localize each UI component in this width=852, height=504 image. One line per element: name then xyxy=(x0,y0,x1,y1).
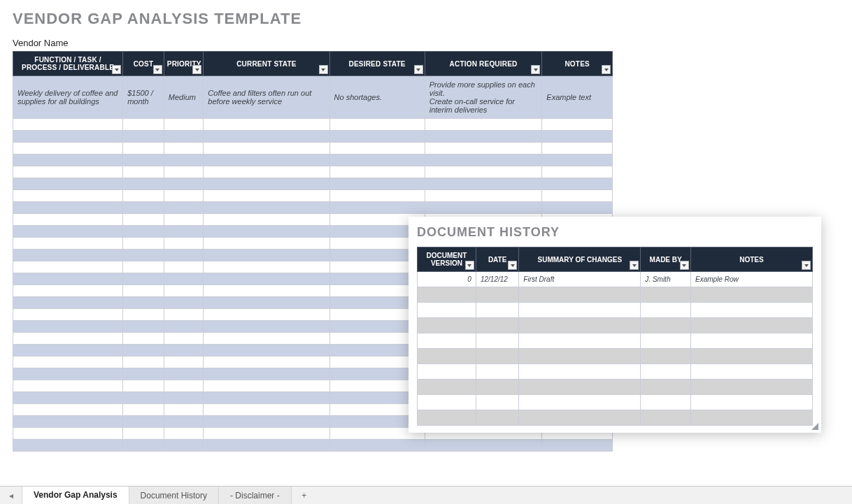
table-cell[interactable] xyxy=(123,428,164,440)
table-cell[interactable] xyxy=(476,333,518,349)
table-cell[interactable] xyxy=(542,440,613,452)
table-cell[interactable] xyxy=(164,368,204,380)
table-cell[interactable] xyxy=(425,119,542,131)
table-cell[interactable] xyxy=(164,297,204,309)
filter-dropdown-icon[interactable] xyxy=(192,65,201,74)
table-cell[interactable] xyxy=(204,238,329,250)
table-cell[interactable] xyxy=(204,250,329,261)
table-cell[interactable] xyxy=(204,321,329,333)
table-cell[interactable] xyxy=(641,410,691,426)
table-cell[interactable] xyxy=(204,357,329,368)
table-cell[interactable] xyxy=(13,202,123,214)
table-cell[interactable] xyxy=(690,410,812,426)
table-cell[interactable] xyxy=(123,416,164,428)
table-cell[interactable] xyxy=(329,202,425,214)
table-cell[interactable] xyxy=(519,410,641,426)
table-cell[interactable] xyxy=(418,287,476,303)
table-cell[interactable] xyxy=(123,404,164,416)
table-cell[interactable] xyxy=(13,428,123,440)
table-cell[interactable]: First Draft xyxy=(519,272,641,287)
table-cell[interactable] xyxy=(418,364,476,380)
table-cell[interactable] xyxy=(123,178,164,190)
table-cell[interactable] xyxy=(164,166,204,178)
table-cell[interactable] xyxy=(164,404,204,416)
table-cell[interactable] xyxy=(425,178,542,190)
sheet-tab[interactable]: Document History xyxy=(129,487,219,504)
table-cell[interactable] xyxy=(13,416,123,428)
table-cell[interactable] xyxy=(13,440,123,452)
table-cell[interactable] xyxy=(641,395,691,410)
table-cell[interactable]: Example text xyxy=(542,76,613,119)
table-cell[interactable] xyxy=(542,154,613,166)
table-cell[interactable] xyxy=(123,190,164,202)
table-cell[interactable] xyxy=(123,357,164,368)
table-cell[interactable] xyxy=(476,303,518,318)
table-cell[interactable] xyxy=(164,273,204,285)
table-cell[interactable] xyxy=(690,287,812,303)
table-cell[interactable] xyxy=(13,368,123,380)
filter-dropdown-icon[interactable] xyxy=(414,65,423,74)
filter-dropdown-icon[interactable] xyxy=(465,261,474,270)
table-cell[interactable]: J. Smith xyxy=(641,272,691,287)
table-cell[interactable] xyxy=(204,309,329,321)
table-cell[interactable] xyxy=(542,190,613,202)
table-cell[interactable]: 12/12/12 xyxy=(476,272,518,287)
table-cell[interactable] xyxy=(123,202,164,214)
table-cell[interactable] xyxy=(13,250,123,261)
table-cell[interactable] xyxy=(204,404,329,416)
table-cell[interactable] xyxy=(13,297,123,309)
table-cell[interactable] xyxy=(542,166,613,178)
table-cell[interactable] xyxy=(123,285,164,297)
table-cell[interactable] xyxy=(204,285,329,297)
table-cell[interactable] xyxy=(123,380,164,392)
table-cell[interactable] xyxy=(329,166,425,178)
table-cell[interactable] xyxy=(164,178,204,190)
table-cell[interactable] xyxy=(13,166,123,178)
table-cell[interactable]: Example Row xyxy=(690,272,812,287)
filter-dropdown-icon[interactable] xyxy=(112,65,121,74)
table-cell[interactable] xyxy=(123,392,164,404)
table-cell[interactable] xyxy=(641,380,691,395)
table-cell[interactable] xyxy=(204,380,329,392)
table-cell[interactable] xyxy=(425,154,542,166)
table-cell[interactable] xyxy=(164,131,204,143)
table-cell[interactable] xyxy=(123,368,164,380)
table-cell[interactable] xyxy=(519,333,641,349)
table-cell[interactable] xyxy=(13,119,123,131)
table-cell[interactable] xyxy=(123,131,164,143)
table-cell[interactable] xyxy=(13,143,123,154)
table-cell[interactable] xyxy=(641,364,691,380)
table-cell[interactable] xyxy=(641,303,691,318)
table-cell[interactable] xyxy=(690,303,812,318)
table-cell[interactable] xyxy=(164,345,204,357)
table-cell[interactable] xyxy=(164,250,204,261)
table-cell[interactable] xyxy=(329,440,425,452)
table-cell[interactable] xyxy=(204,345,329,357)
table-cell[interactable] xyxy=(123,166,164,178)
table-cell[interactable] xyxy=(204,166,329,178)
table-cell[interactable] xyxy=(690,395,812,410)
table-cell[interactable] xyxy=(204,178,329,190)
table-cell[interactable] xyxy=(13,261,123,273)
table-cell[interactable] xyxy=(204,428,329,440)
table-cell[interactable] xyxy=(641,349,691,364)
table-cell[interactable] xyxy=(13,404,123,416)
table-cell[interactable] xyxy=(13,226,123,238)
table-cell[interactable] xyxy=(164,202,204,214)
table-cell[interactable] xyxy=(204,297,329,309)
table-cell[interactable] xyxy=(542,119,613,131)
table-cell[interactable] xyxy=(164,321,204,333)
table-cell[interactable]: Coffee and filters often run out before … xyxy=(204,76,329,119)
table-cell[interactable] xyxy=(204,190,329,202)
table-cell[interactable] xyxy=(123,345,164,357)
table-cell[interactable] xyxy=(204,154,329,166)
table-cell[interactable] xyxy=(13,392,123,404)
table-cell[interactable] xyxy=(329,154,425,166)
table-cell[interactable] xyxy=(13,380,123,392)
table-cell[interactable] xyxy=(418,318,476,333)
filter-dropdown-icon[interactable] xyxy=(602,65,611,74)
table-cell[interactable] xyxy=(13,131,123,143)
table-cell[interactable] xyxy=(204,261,329,273)
filter-dropdown-icon[interactable] xyxy=(630,261,639,270)
table-cell[interactable]: No shortages. xyxy=(329,76,425,119)
